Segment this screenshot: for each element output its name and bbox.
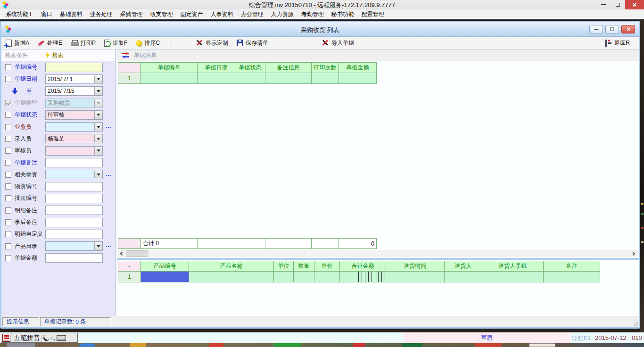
scroll-left-button[interactable] [118, 250, 125, 257]
column-header-rownum[interactable]: - [118, 261, 141, 272]
menu-item-11[interactable]: 考勤管理 [297, 9, 328, 20]
dropdown-arrow-icon[interactable] [94, 242, 102, 250]
cell-送货人手机[interactable] [482, 272, 544, 282]
cell-单据编号[interactable] [141, 73, 198, 84]
column-header-送货人[interactable]: 送货人 [445, 261, 482, 272]
column-header-rownum[interactable]: - [118, 63, 141, 73]
menu-item-13[interactable]: 配置管理 [358, 9, 388, 20]
search-checkbox-2[interactable] [5, 76, 11, 82]
dropdown-arrow-icon[interactable] [94, 135, 102, 142]
cell-单据日期[interactable] [198, 73, 235, 84]
cell-单据状态[interactable] [235, 73, 265, 84]
ime-fullhalf-moon-icon[interactable] [43, 335, 50, 341]
search-checkbox-10[interactable] [5, 172, 11, 178]
search-checkbox-11[interactable] [5, 183, 11, 190]
dropdown-arrow-icon[interactable] [94, 111, 102, 119]
menu-item-1[interactable]: 系统功能 F [2, 9, 37, 20]
column-header-产品编号[interactable]: 产品编号 [141, 261, 189, 272]
search-combo-7[interactable]: 杨璇芷 [45, 134, 103, 143]
search-combo-2[interactable]: 2015/ 7/ 1 [45, 74, 103, 84]
nav-f4-label[interactable]: 导航F4 [571, 334, 591, 343]
column-header-合计金额[interactable]: 合计金额 [340, 261, 386, 272]
child-restore-button[interactable] [605, 25, 619, 33]
row-number-cell[interactable]: 1 [118, 73, 141, 84]
column-header-单位[interactable]: 单位 [274, 261, 294, 272]
cell-数量[interactable] [294, 272, 314, 282]
menu-item-3[interactable]: 基础资料 [56, 9, 86, 20]
menu-item-4[interactable]: 业务处理 [86, 9, 116, 20]
scroll-right-button[interactable] [630, 250, 637, 257]
menu-item-7[interactable]: 固定资产 [177, 9, 207, 20]
column-header-送货人手机[interactable]: 送货人手机 [482, 261, 544, 272]
cell-产品名称[interactable] [189, 272, 274, 282]
toolbar-button-显示定制[interactable]: 显示定制 [192, 37, 232, 49]
toolbar-button-提取F[interactable]: 提取F [100, 37, 132, 49]
resize-grip[interactable] [631, 320, 638, 326]
search-combo-5[interactable]: 待审核 [45, 110, 103, 120]
dropdown-arrow-icon[interactable] [94, 171, 102, 178]
search-combo-3[interactable]: 2015/ 7/15 [45, 86, 103, 96]
search-combo-10[interactable] [45, 170, 103, 179]
ime-keyboard-icon[interactable] [57, 335, 66, 341]
column-header-备注[interactable]: 备注 [544, 261, 600, 272]
close-button[interactable] [625, 0, 644, 9]
more-options-button[interactable]: … [106, 242, 112, 248]
column-header-备注信息[interactable]: 备注信息 [265, 63, 312, 73]
dropdown-arrow-icon[interactable] [94, 87, 102, 95]
column-header-单据日期[interactable]: 单据日期 [198, 63, 235, 73]
horizontal-scrollbar[interactable] [118, 250, 637, 257]
search-input-12[interactable] [45, 194, 103, 203]
ime-mode-label[interactable]: 五笔拼音 [12, 334, 42, 342]
ime-seal-icon[interactable] [2, 334, 10, 342]
child-close-button[interactable] [621, 25, 635, 33]
cell-备注[interactable] [544, 272, 600, 282]
search-checkbox-7[interactable] [5, 136, 11, 142]
search-checkbox-6[interactable] [5, 124, 11, 130]
row-number-cell[interactable]: 1 [118, 272, 141, 282]
menu-item-5[interactable]: 采购管理 [116, 9, 147, 20]
menu-item-9[interactable]: 办公管理 [237, 9, 267, 20]
search-checkbox-15[interactable] [5, 231, 11, 237]
search-input-17[interactable] [45, 253, 103, 263]
cell-单价[interactable] [314, 272, 340, 282]
search-combo-16[interactable] [45, 241, 103, 251]
search-checkbox-14[interactable] [5, 219, 11, 225]
search-combo-4[interactable]: 采购收货 [45, 99, 103, 108]
search-checkbox-13[interactable] [5, 207, 11, 214]
column-header-单据状态[interactable]: 单据状态 [235, 63, 265, 73]
ime-punctuation-icon[interactable]: ·, [51, 335, 55, 341]
column-header-单据编号[interactable]: 单据编号 [141, 63, 198, 73]
scrollbar-thumb[interactable] [126, 250, 148, 257]
ime-toolbar[interactable]: 五笔拼音 ·, [1, 333, 78, 343]
menu-item-2[interactable]: 窗口 [37, 9, 56, 20]
search-checkbox-17[interactable] [5, 255, 11, 261]
toolbar-button-打印P[interactable]: 打印P [66, 37, 100, 49]
column-header-产品名称[interactable]: 产品名称 [189, 261, 274, 272]
search-input-15[interactable] [45, 230, 103, 239]
more-options-button[interactable]: … [106, 123, 112, 129]
search-input-9[interactable] [45, 158, 103, 167]
menu-item-6[interactable]: 收支管理 [147, 9, 177, 20]
cell-送货时间[interactable] [386, 272, 445, 282]
menu-item-10[interactable]: 人力资源 [267, 9, 297, 20]
cell-产品编号[interactable] [141, 272, 189, 282]
toolbar-button-处理E[interactable]: 处理E [33, 37, 66, 49]
search-input-14[interactable] [45, 218, 103, 227]
child-minimize-button[interactable] [589, 25, 603, 33]
column-header-数量[interactable]: 数量 [294, 261, 314, 272]
search-combo-6[interactable] [45, 122, 103, 132]
toolbar-button-返回R[interactable]: 返回R [601, 37, 634, 49]
minimize-button[interactable] [596, 0, 611, 9]
cell-单位[interactable] [274, 272, 294, 282]
menu-item-12[interactable]: 秘书功能 [328, 9, 358, 20]
toolbar-button-排序C[interactable]: 排序C [132, 37, 164, 49]
search-checkbox-8[interactable] [5, 148, 11, 154]
search-checkbox-16[interactable] [5, 243, 11, 249]
cell-合计金额[interactable] [340, 272, 386, 282]
cell-打印次数[interactable] [312, 73, 339, 84]
column-header-送货时间[interactable]: 送货时间 [386, 261, 445, 272]
dropdown-arrow-icon[interactable] [94, 99, 102, 107]
cell-送货人[interactable] [445, 272, 482, 282]
toolbar-button-新增A[interactable]: 新增A [1, 37, 33, 49]
search-button[interactable]: 检索 [45, 51, 64, 59]
